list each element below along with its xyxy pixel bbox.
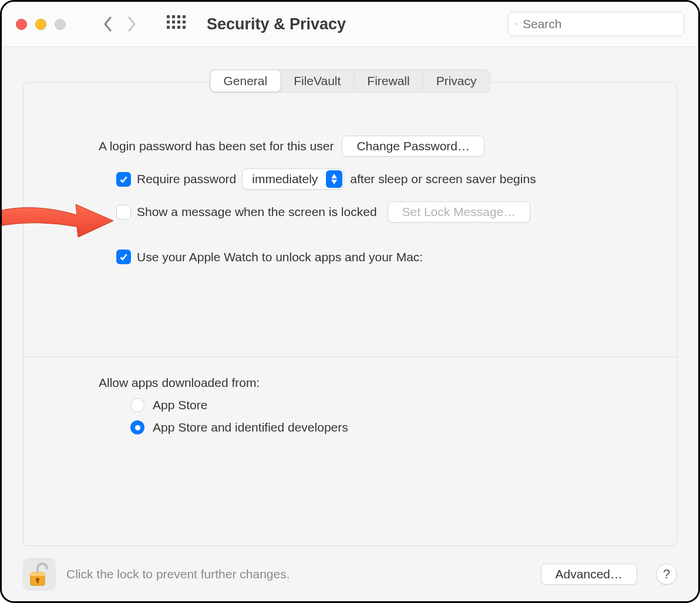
window-title: Security & Privacy [207,15,346,33]
radio-identified-label: App Store and identified developers [153,420,348,434]
minimize-window-button[interactable] [35,19,46,30]
show-message-row: Show a message when the screen is locked… [99,201,654,223]
search-field[interactable] [508,12,684,36]
require-password-delay-popup[interactable]: immediately [242,169,344,190]
back-button[interactable] [103,16,113,32]
require-password-row: Require password immediately after sleep… [99,169,654,190]
lock-open-icon [28,562,51,587]
zoom-window-button[interactable] [55,19,66,30]
divider [23,356,677,357]
tab-privacy[interactable]: Privacy [423,70,490,92]
tab-general[interactable]: General [210,70,280,92]
forward-button[interactable] [127,16,136,32]
popup-stepper-icon [326,170,342,188]
general-panel: A login password has been set for this u… [23,82,677,546]
nav-buttons [103,16,136,32]
advanced-button[interactable]: Advanced… [541,564,637,585]
search-input[interactable] [523,17,677,31]
svg-rect-5 [37,580,39,583]
toolbar: Security & Privacy [2,2,698,47]
svg-marker-0 [331,174,337,178]
apple-watch-checkbox[interactable] [116,250,131,264]
radio-appstore[interactable] [130,398,144,412]
lock-hint-text: Click the lock to prevent further change… [66,567,290,581]
set-lock-message-button[interactable]: Set Lock Message… [388,201,531,223]
content: General FileVault Firewall Privacy A log… [2,47,698,601]
window-controls [16,19,66,30]
close-window-button[interactable] [16,19,27,30]
require-password-label-pre: Require password [137,172,236,186]
tabs: General FileVault Firewall Privacy [209,69,490,93]
downloads-section-label: Allow apps downloaded from: [31,376,654,390]
require-password-checkbox[interactable] [116,172,131,187]
radio-appstore-label: App Store [153,398,207,412]
footer: Click the lock to prevent further change… [23,558,677,591]
radio-identified[interactable] [130,420,144,434]
show-message-checkbox[interactable] [116,205,131,220]
apple-watch-row: Use your Apple Watch to unlock apps and … [99,250,654,264]
radio-appstore-row: App Store [99,398,654,412]
require-password-delay-value: immediately [252,172,318,186]
help-button[interactable]: ? [656,564,677,585]
login-password-row: A login password has been set for this u… [99,136,654,157]
login-password-text: A login password has been set for this u… [99,139,334,153]
apple-watch-label: Use your Apple Watch to unlock apps and … [137,250,423,264]
svg-rect-3 [31,572,45,576]
show-all-prefs-icon[interactable] [167,15,184,33]
annotation-arrow-icon [1,197,115,238]
tab-filevault[interactable]: FileVault [280,70,354,92]
change-password-button[interactable]: Change Password… [342,136,484,157]
search-icon [516,18,518,31]
tab-firewall[interactable]: Firewall [354,70,422,92]
radio-identified-row: App Store and identified developers [99,420,654,434]
lock-button[interactable] [23,558,56,591]
svg-marker-1 [331,180,337,184]
show-message-label: Show a message when the screen is locked [137,205,377,219]
require-password-label-post: after sleep or screen saver begins [350,172,536,186]
